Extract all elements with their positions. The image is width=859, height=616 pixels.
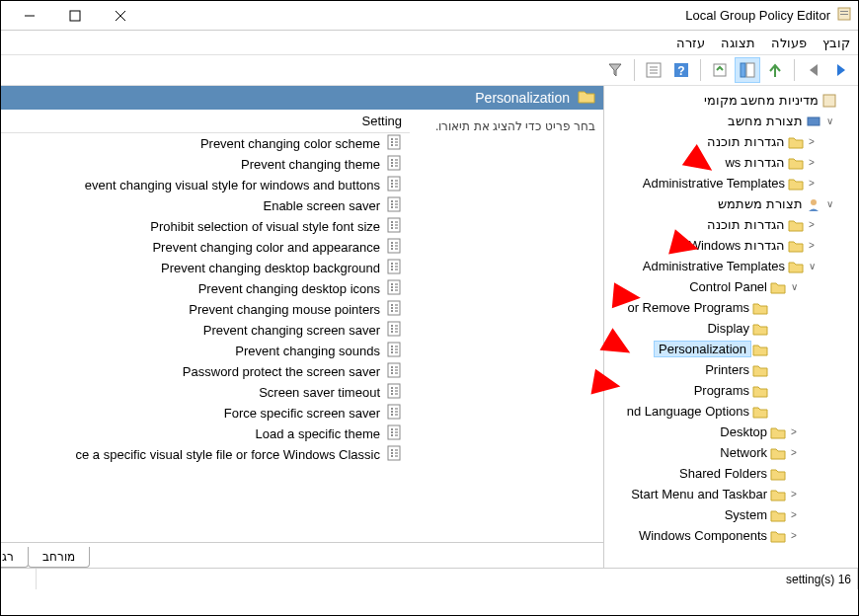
content-header: Personalization — [1, 86, 603, 110]
svg-rect-110 — [388, 405, 400, 419]
tree-computer-config[interactable]: ∨תצורת מחשב — [604, 111, 858, 131]
policy-icon — [386, 404, 402, 423]
setting-item[interactable]: Prevent changing color scheme — [1, 133, 410, 154]
setting-item[interactable]: ce a specific visual style file or force… — [1, 444, 410, 465]
tree-comp-admin[interactable]: <Administrative Templates — [604, 173, 858, 193]
setting-label: Enable screen saver — [263, 198, 380, 213]
svg-rect-103 — [388, 384, 400, 398]
svg-point-125 — [391, 449, 393, 451]
help-button[interactable]: ? — [668, 57, 694, 83]
svg-rect-54 — [388, 239, 400, 253]
setting-item[interactable]: Force specific screen saver — [1, 403, 410, 424]
setting-item[interactable]: event changing visual style for windows … — [1, 175, 410, 195]
setting-label: Force specific screen saver — [224, 406, 380, 421]
tab-standard[interactable]: רגיל — [1, 547, 29, 568]
tree-user-config[interactable]: ∨תצורת משתמש — [604, 193, 858, 214]
show-tree-button[interactable] — [735, 57, 760, 83]
tree-user-windows[interactable]: <הגדרות Windows — [604, 235, 858, 256]
svg-point-111 — [391, 408, 393, 410]
svg-point-55 — [391, 242, 393, 244]
setting-item[interactable]: Prevent changing desktop icons — [1, 278, 410, 299]
minimize-button[interactable] — [7, 2, 52, 30]
svg-rect-1 — [840, 11, 848, 12]
menu-help[interactable]: עזרה — [676, 36, 705, 50]
svg-rect-117 — [388, 425, 400, 439]
svg-point-71 — [391, 289, 393, 291]
back-button[interactable] — [801, 57, 826, 83]
setting-label: Prevent changing desktop icons — [198, 281, 380, 296]
list-header[interactable]: Setting — [1, 110, 410, 133]
menu-file[interactable]: קובץ — [822, 36, 850, 50]
tree-display[interactable]: Display — [604, 318, 858, 339]
tree-desktop[interactable]: <Desktop — [604, 422, 858, 442]
tree-network[interactable]: <Network — [604, 442, 858, 463]
setting-item[interactable]: Prevent changing sounds — [1, 341, 410, 361]
svg-point-119 — [391, 431, 393, 433]
tree-comp-software[interactable]: <הגדרות תוכנה — [604, 131, 858, 152]
tree-system[interactable]: <System — [604, 504, 858, 525]
tab-extended[interactable]: מורחב — [28, 547, 90, 568]
tree-user-software[interactable]: <הגדרות תוכנה — [604, 214, 858, 235]
svg-point-91 — [391, 348, 393, 350]
tree-programs[interactable]: Programs — [604, 380, 858, 401]
policy-icon — [386, 238, 402, 257]
policy-icon — [386, 383, 402, 402]
tree-startmenu[interactable]: <Start Menu and Taskbar — [604, 484, 858, 504]
filter-button[interactable] — [602, 57, 628, 83]
tree-regional[interactable]: nd Language Options — [604, 401, 858, 422]
maximize-button[interactable] — [52, 2, 98, 30]
setting-item[interactable]: Enable screen saver — [1, 195, 410, 216]
setting-item[interactable]: Load a specific theme — [1, 424, 410, 444]
policy-icon — [386, 259, 402, 277]
tree-root[interactable]: מדיניות מחשב מקומי — [604, 90, 858, 111]
up-button[interactable] — [762, 57, 788, 83]
setting-label: Prevent changing mouse pointers — [189, 302, 380, 317]
svg-point-118 — [391, 428, 393, 430]
svg-point-62 — [391, 263, 393, 265]
app-icon — [836, 6, 852, 25]
tree-user-admin[interactable]: ∨Administrative Templates — [604, 256, 858, 276]
svg-rect-16 — [823, 95, 835, 107]
main-area: מדיניות מחשב מקומי ∨תצורת מחשב <הגדרות ת… — [1, 86, 858, 568]
svg-rect-47 — [388, 218, 400, 232]
policy-icon — [386, 300, 402, 319]
tree-comp-windows[interactable]: <הגדרות ws — [604, 152, 858, 173]
policy-icon — [386, 342, 402, 360]
svg-point-90 — [391, 346, 393, 347]
close-button[interactable] — [98, 2, 143, 30]
tree-add-remove[interactable]: or Remove Programs — [604, 297, 858, 318]
setting-item[interactable]: Prevent changing desktop background — [1, 258, 410, 278]
svg-rect-8 — [746, 63, 754, 77]
setting-item[interactable]: Prohibit selection of visual style font … — [1, 216, 410, 237]
menu-view[interactable]: תצוגה — [721, 36, 755, 50]
policy-icon — [386, 134, 402, 153]
menu-action[interactable]: פעולה — [771, 36, 807, 50]
setting-item[interactable]: Prevent changing screen saver — [1, 320, 410, 341]
tree-personalization[interactable]: Personalization — [604, 339, 858, 359]
setting-label: Prevent changing theme — [241, 157, 380, 172]
svg-point-70 — [391, 286, 393, 288]
properties-button[interactable] — [641, 57, 666, 83]
svg-rect-2 — [840, 14, 848, 15]
status-count: setting(s) 16 — [780, 569, 858, 589]
setting-item[interactable]: Password protect the screen saver — [1, 361, 410, 382]
setting-item[interactable]: Prevent changing color and appearance — [1, 237, 410, 258]
content-title: Personalization — [475, 90, 570, 106]
tree-control-panel[interactable]: ∨Control Panel — [604, 276, 858, 297]
setting-label: Screen saver timeout — [259, 385, 380, 400]
svg-point-78 — [391, 310, 393, 312]
setting-item[interactable]: Screen saver timeout — [1, 382, 410, 403]
forward-button[interactable] — [828, 57, 854, 83]
setting-label: Load a specific theme — [256, 426, 380, 441]
svg-point-85 — [391, 331, 393, 333]
tree-shared[interactable]: Shared Folders — [604, 463, 858, 484]
view-tabs: מורחב רגיל — [1, 542, 603, 568]
svg-point-99 — [391, 372, 393, 374]
tree-wincomp[interactable]: <Windows Components — [604, 525, 858, 546]
setting-item[interactable]: Prevent changing theme — [1, 154, 410, 175]
export-button[interactable] — [707, 57, 733, 83]
setting-item[interactable]: Prevent changing mouse pointers — [1, 299, 410, 320]
svg-point-21 — [391, 141, 393, 143]
tree-printers[interactable]: Printers — [604, 359, 858, 380]
svg-point-106 — [391, 393, 393, 395]
